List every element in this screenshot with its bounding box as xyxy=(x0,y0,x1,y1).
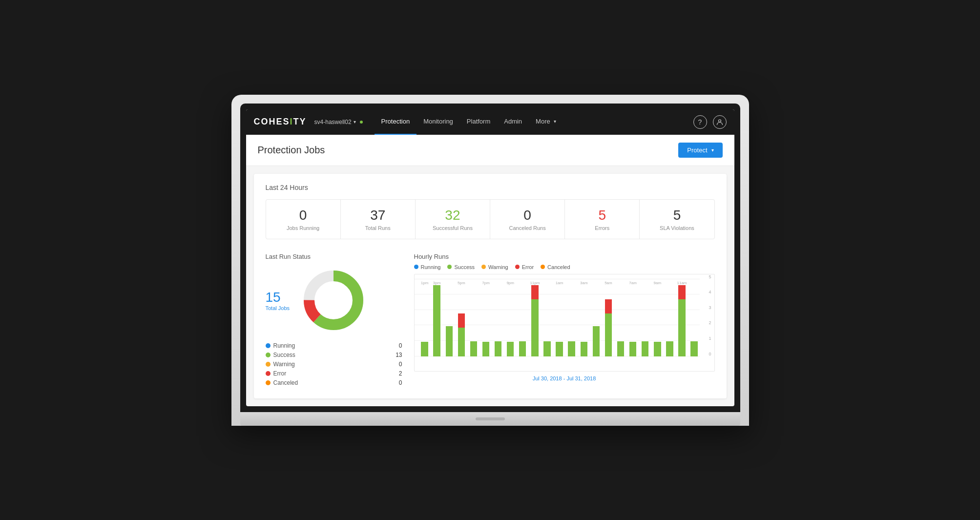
bar-stack-1 xyxy=(432,285,442,356)
bar-group-10 xyxy=(542,279,552,356)
stat-errors: 5 Errors xyxy=(565,200,640,239)
page-header: Protection Jobs Protect ▾ xyxy=(246,135,734,166)
bar-label-21: 11am xyxy=(677,281,687,285)
logo: COHESITY xyxy=(254,117,307,127)
bar-success-22 xyxy=(690,341,697,356)
y-label-0: 0 xyxy=(709,352,711,356)
bar-group-17: 7am xyxy=(627,279,638,356)
laptop-frame: COHESITY sv4-haswell02 ▾ Protection Moni… xyxy=(231,95,749,426)
bar-label-17: 7am xyxy=(629,281,637,285)
bar-stack-4 xyxy=(468,281,479,356)
cluster-status-dot xyxy=(360,121,363,124)
user-icon[interactable] xyxy=(713,115,727,129)
protect-button[interactable]: Protect ▾ xyxy=(678,143,722,158)
chart-y-axis: 0 1 2 3 4 5 xyxy=(709,274,711,356)
bar-stack-18 xyxy=(640,281,650,356)
main-card: Last 24 Hours 0 Jobs Running 37 Total Ru… xyxy=(254,174,727,398)
bar-success-13 xyxy=(581,342,587,356)
canceled-runs-value: 0 xyxy=(496,208,559,223)
canceled-value: 0 xyxy=(399,379,402,386)
chart-warning-label: Warning xyxy=(488,264,508,270)
bar-success-21 xyxy=(678,299,685,356)
bar-stack-5 xyxy=(480,285,491,356)
chart-canceled-label: Canceled xyxy=(547,264,570,270)
chart-legend-success: Success xyxy=(447,264,475,270)
running-value: 0 xyxy=(399,342,402,349)
bar-label-3: 5pm xyxy=(458,281,465,285)
donut-container: 15 Total Jobs xyxy=(266,266,402,334)
running-dot xyxy=(266,343,271,348)
warning-dot xyxy=(266,362,271,367)
donut-center: 15 Total Jobs xyxy=(266,290,290,311)
help-icon[interactable]: ? xyxy=(693,115,707,129)
bottom-section: Last Run Status 15 Total Jobs xyxy=(266,253,715,389)
bar-group-13: 3am xyxy=(579,279,589,356)
chart-canceled-dot xyxy=(541,265,545,269)
errors-value: 5 xyxy=(571,208,633,223)
bar-group-18 xyxy=(640,279,650,356)
y-label-2: 2 xyxy=(709,320,711,325)
stat-jobs-running: 0 Jobs Running xyxy=(266,200,341,239)
bar-stack-20 xyxy=(664,281,675,356)
bar-stack-11 xyxy=(554,285,565,356)
nav-item-admin[interactable]: Admin xyxy=(497,109,529,135)
nav-item-monitoring[interactable]: Monitoring xyxy=(417,109,460,135)
bar-stack-17 xyxy=(627,285,638,356)
bar-success-3 xyxy=(458,328,465,356)
legend-item-canceled: Canceled 0 xyxy=(266,379,402,386)
bar-stack-22 xyxy=(689,281,700,356)
warning-value: 0 xyxy=(399,361,402,368)
bar-label-15: 5am xyxy=(605,281,612,285)
bar-success-5 xyxy=(482,342,489,356)
nav-item-platform[interactable]: Platform xyxy=(460,109,497,135)
bar-success-8 xyxy=(519,341,526,356)
sla-violations-value: 5 xyxy=(646,208,708,223)
bar-success-7 xyxy=(507,342,514,356)
nav-item-protection[interactable]: Protection xyxy=(375,109,417,135)
navigation: COHESITY sv4-haswell02 ▾ Protection Moni… xyxy=(246,109,734,135)
bar-group-5: 7pm xyxy=(480,279,491,356)
bar-group-21: 11am xyxy=(676,279,687,356)
page-title: Protection Jobs xyxy=(258,145,325,156)
cluster-selector[interactable]: sv4-haswell02 ▾ xyxy=(314,119,363,125)
chart-error-dot xyxy=(515,265,520,269)
bar-stack-9 xyxy=(529,285,540,356)
nav-item-more[interactable]: More ▾ xyxy=(529,109,563,135)
bar-group-22 xyxy=(689,279,700,356)
bar-stack-13 xyxy=(579,285,589,356)
chevron-down-icon: ▾ xyxy=(354,119,356,125)
hourly-runs-section: Hourly Runs Running Success xyxy=(414,253,715,389)
legend-item-error: Error 2 xyxy=(266,370,402,377)
bar-group-16 xyxy=(615,279,626,356)
bar-label-0: 1pm xyxy=(421,281,429,285)
nav-right: ? xyxy=(693,115,727,129)
chart-success-dot xyxy=(447,265,452,269)
total-runs-value: 37 xyxy=(347,208,409,223)
stat-successful-runs: 32 Successful Runs xyxy=(416,200,490,239)
bar-group-12 xyxy=(566,279,577,356)
bar-stack-10 xyxy=(542,281,552,356)
laptop-base xyxy=(240,412,740,426)
canceled-dot xyxy=(266,380,271,385)
canceled-runs-label: Canceled Runs xyxy=(496,225,559,231)
bar-success-12 xyxy=(568,341,575,356)
legend-item-success: Success 13 xyxy=(266,352,402,358)
bar-group-20 xyxy=(664,279,675,356)
legend-item-running: Running 0 xyxy=(266,342,402,349)
svg-point-0 xyxy=(718,120,721,122)
canceled-label: Canceled xyxy=(273,379,298,386)
logo-text: COHESITY xyxy=(254,117,307,127)
y-label-1: 1 xyxy=(709,336,711,341)
bar-label-11: 1am xyxy=(556,281,563,285)
chart-running-label: Running xyxy=(421,264,441,270)
bar-group-8 xyxy=(517,279,528,356)
bar-success-14 xyxy=(593,326,600,356)
running-label: Running xyxy=(273,342,295,349)
cluster-name: sv4-haswell02 xyxy=(314,119,352,125)
bar-success-0 xyxy=(421,342,428,356)
chart-legend-error: Error xyxy=(515,264,534,270)
bar-success-1 xyxy=(433,285,440,356)
jobs-running-label: Jobs Running xyxy=(272,225,334,231)
stat-sla-violations: 5 SLA Violations xyxy=(640,200,714,239)
chart-date-range: Jul 30, 2018 - Jul 31, 2018 xyxy=(414,375,715,381)
